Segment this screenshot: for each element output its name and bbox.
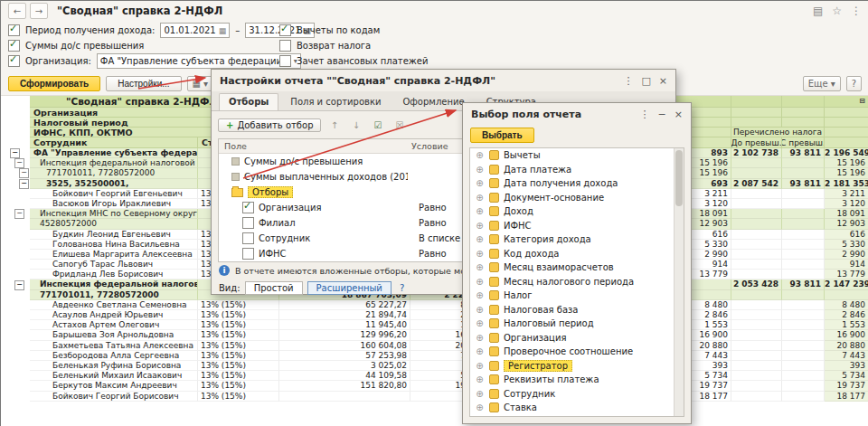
table-row[interactable]: Астахов Артем Олегович13% (15%)11 945,40…	[8, 320, 868, 330]
expand-icon[interactable]: ⊕	[475, 262, 485, 272]
expand-icon[interactable]: ⊕	[475, 374, 485, 384]
table-row[interactable]: Бахметьева Татьяна Алексеевна13% (15%)16…	[8, 341, 868, 351]
expand-icon[interactable]: ⊕	[475, 249, 485, 259]
table-row[interactable]: Безбородова Алла Сергеевна13% (15%)57 25…	[8, 351, 868, 361]
field-tree-item[interactable]: ⊕Дата платежа	[470, 163, 684, 177]
table-row[interactable]: Беркутов Максим Андреевич13% (15%)151 82…	[8, 381, 868, 391]
expand-icon[interactable]: ⊕	[475, 206, 485, 216]
field-tree-item[interactable]: ⊕Регистратор	[470, 359, 684, 374]
maximize-icon[interactable]: □	[641, 75, 650, 87]
excess-checkbox[interactable]	[8, 40, 20, 52]
filter-checkbox[interactable]	[242, 202, 254, 213]
advance-offset-checkbox[interactable]	[279, 55, 291, 67]
field-tree-item[interactable]: ⊕Код дохода	[470, 247, 684, 261]
row-marker-cell	[8, 290, 30, 300]
expand-icon[interactable]: ⊕	[475, 389, 485, 399]
view-simple-button[interactable]: Простой	[245, 281, 303, 295]
period-from-input[interactable]: 01.01.2021 ▦	[160, 23, 230, 38]
field-tree-item[interactable]: ⊕Организация	[470, 331, 684, 346]
close-icon[interactable]: ×	[675, 109, 683, 120]
expand-icon[interactable]: ⊕	[475, 221, 485, 231]
field-tree-item[interactable]: ⊕Реквизиты платежа	[470, 373, 684, 387]
close-icon[interactable]: ×	[659, 75, 667, 87]
field-tree-item[interactable]: ⊕Сотрудник	[470, 387, 684, 402]
expand-icon[interactable]: ⊕	[475, 234, 485, 244]
favorites-icon[interactable]: ☆	[832, 5, 842, 17]
filter-checkbox[interactable]	[242, 217, 254, 229]
cell: Бойкович Георгий Борисович	[30, 392, 198, 402]
add-filter-button[interactable]: + Добавить отбор	[218, 118, 321, 132]
expand-icon[interactable]: ⊕	[475, 193, 485, 203]
expand-icon[interactable]: ⊕	[475, 277, 485, 287]
field-tree-item[interactable]: ⊕Проверочное соотношение	[470, 345, 684, 359]
expand-icon[interactable]: ⊕	[475, 150, 485, 160]
table-row[interactable]: Бойкович Георгий Борисович13% (15%)18 17…	[8, 392, 868, 402]
move-up-icon[interactable]: ↑	[326, 117, 343, 134]
tax-refund-checkbox[interactable]	[279, 40, 291, 52]
check-all-icon[interactable]: ☑	[369, 117, 386, 134]
field-tree-item[interactable]: ⊕Документ-основание	[470, 191, 684, 205]
field-tree-item[interactable]: ⊕Дата получения дохода	[470, 176, 684, 191]
minimize-icon[interactable]: −	[658, 109, 666, 120]
org-checkbox[interactable]	[8, 55, 20, 67]
collapse-icon[interactable]: −	[14, 280, 24, 290]
field-tree-item[interactable]: ⊕Месяц налогового периода	[470, 275, 684, 289]
collapse-icon[interactable]: −	[14, 209, 24, 219]
table-row[interactable]: Авдеенко Светлана Семеновна13% (15%)65 2…	[8, 300, 868, 310]
panel-icon[interactable]: ▤	[813, 5, 823, 17]
select-field-button[interactable]: Выбрать	[470, 128, 534, 143]
uncheck-all-icon[interactable]: ☒	[391, 117, 408, 134]
table-row[interactable]: Беленький Михаил Исаакович13% (15%)44 10…	[8, 371, 868, 381]
expand-icon[interactable]: ⊕	[475, 165, 485, 175]
table-row[interactable]: Беленькая Руфина Борисовна13% (15%)3 025…	[8, 361, 868, 371]
field-tree-item[interactable]: ⊕Налог	[470, 289, 684, 303]
cell: 1 553	[825, 320, 868, 330]
tab-Отборы[interactable]: Отборы	[219, 93, 278, 110]
field-tree-item[interactable]: ⊕Категория дохода	[470, 232, 684, 247]
field-tree-item[interactable]: ⊕Налоговый период	[470, 317, 684, 331]
collapse-icon[interactable]: −	[19, 179, 29, 189]
expand-icon[interactable]: ⊕	[475, 333, 485, 343]
back-icon[interactable]: ←	[8, 3, 26, 19]
expand-icon[interactable]: ⊕	[475, 361, 485, 371]
calendar-icon[interactable]: ▦	[219, 26, 227, 35]
scrollbar[interactable]	[674, 148, 684, 416]
scrollbar-thumb[interactable]	[675, 150, 683, 206]
org-combobox[interactable]: ФА "Управление субъекта федерации" ▾	[97, 53, 301, 69]
field-tree-item[interactable]: ⊕Ставка	[470, 401, 684, 415]
forward-icon[interactable]: →	[30, 3, 48, 19]
column-collapse-icon[interactable]: ⊟	[858, 98, 866, 106]
field-tree-item[interactable]: ⊕ИФНС	[470, 219, 684, 233]
move-down-icon[interactable]: ↓	[347, 117, 364, 134]
collapse-icon[interactable]: −	[19, 168, 29, 178]
tab-Поля и сортировки[interactable]: Поля и сортировки	[280, 93, 391, 110]
field-tree-item[interactable]: ⊕Налоговая база	[470, 303, 684, 317]
expand-icon[interactable]: ⊕	[475, 290, 485, 300]
more-actions-button[interactable]: Еще ▾	[803, 76, 841, 91]
deduction-codes-checkbox[interactable]	[279, 24, 291, 36]
report-variants-button[interactable]: ▦ ▾	[187, 76, 213, 91]
field-tree-item[interactable]: ⊕Месяц взаиморасчетов	[470, 260, 684, 275]
more-icon[interactable]: ⋮	[640, 109, 650, 120]
filter-checkbox[interactable]	[242, 248, 254, 260]
collapse-icon[interactable]: −	[10, 148, 20, 158]
filter-checkbox[interactable]	[242, 232, 254, 244]
help-button[interactable]: ?	[846, 76, 862, 91]
collapse-icon[interactable]: −	[14, 158, 24, 168]
expand-icon[interactable]: ⊕	[475, 318, 485, 328]
table-row[interactable]: Барышева Зоя Арнольдовна13% (15%)129 996…	[8, 330, 868, 340]
expand-icon[interactable]: ⊕	[475, 178, 485, 188]
expand-icon[interactable]: ⊕	[475, 305, 485, 315]
view-extended-button[interactable]: Расширенный	[307, 281, 392, 295]
more-icon[interactable]: ⋮	[623, 75, 633, 87]
field-tree-item[interactable]: ⊕Доход	[470, 204, 684, 219]
generate-button[interactable]: Сформировать	[8, 76, 100, 91]
more-icon[interactable]: ⋮	[851, 5, 862, 17]
help-icon[interactable]: ?	[400, 283, 404, 293]
expand-icon[interactable]: ⊕	[475, 346, 485, 356]
table-row[interactable]: Асаулов Андрей Юрьевич13% (15%)21 894,74…	[8, 310, 868, 320]
settings-button[interactable]: Настройки...	[106, 76, 181, 91]
expand-icon[interactable]: ⊕	[475, 402, 485, 412]
period-checkbox[interactable]	[8, 24, 20, 36]
field-tree-item[interactable]: ⊕Вычеты	[470, 148, 684, 163]
